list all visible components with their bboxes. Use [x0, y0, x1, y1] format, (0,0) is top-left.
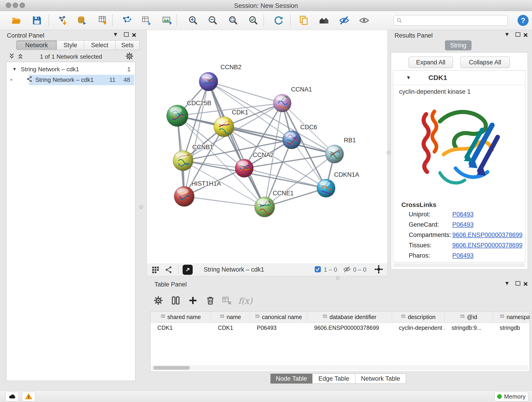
table-cell[interactable]: CDK1 [211, 325, 250, 331]
tab-network[interactable]: Network [16, 40, 57, 50]
graph-node-CCNB2[interactable] [199, 72, 218, 91]
table-cell[interactable]: cyclin-dependent ... [392, 325, 445, 331]
results-panel-close-icon[interactable]: × [523, 32, 528, 38]
column-header-shared-name[interactable]: shared name [151, 312, 211, 322]
network-from-table-icon[interactable] [141, 14, 152, 26]
delete-table-icon[interactable] [222, 295, 232, 306]
bottom-splitter-handle[interactable] [336, 276, 340, 280]
tab-style[interactable]: Style [57, 40, 84, 50]
table-cell[interactable]: P06493 [250, 325, 307, 331]
delete-column-icon[interactable] [205, 295, 215, 306]
graph-node-CCNB1[interactable] [173, 151, 193, 171]
network-options-gear-icon[interactable] [125, 52, 134, 61]
table-panel-float-icon[interactable] [515, 281, 520, 286]
selected-checkbox-icon[interactable] [314, 266, 322, 274]
copy-document-icon[interactable] [298, 14, 310, 26]
save-session-icon[interactable] [31, 14, 43, 26]
tab-sets[interactable]: Sets [115, 40, 139, 50]
refresh-icon[interactable] [273, 14, 285, 26]
expand-all-tree-icon[interactable] [8, 53, 15, 61]
table-horizontal-scrollbar[interactable] [151, 365, 529, 370]
results-tab-string[interactable]: String [445, 40, 472, 51]
search-box[interactable] [394, 15, 508, 26]
zoom-out-icon[interactable] [207, 14, 219, 26]
hidden-eye-slash-icon[interactable] [343, 265, 351, 274]
cloud-status-button[interactable] [6, 392, 19, 401]
network-canvas[interactable]: CCNB2CCNA1CDC25BCDK1CDC6RB1CCNB1CCNA2CDK… [147, 30, 388, 264]
collapse-all-tree-icon[interactable] [17, 53, 24, 61]
table-cell[interactable]: stringdb:9... [445, 325, 493, 331]
column-header-@id[interactable]: @id [445, 312, 493, 322]
control-panel-close-icon[interactable]: × [132, 32, 136, 38]
crosslink-link[interactable]: 9606.ENSP00000378699 [452, 242, 522, 249]
tab-node-table[interactable]: Node Table [270, 374, 312, 384]
graph-node-RB1[interactable] [325, 145, 344, 163]
right-splitter-handle[interactable] [387, 151, 390, 154]
import-network-database-icon[interactable] [76, 14, 88, 26]
warnings-button[interactable] [22, 392, 35, 401]
table-cell[interactable]: CDK1 [151, 325, 211, 331]
results-panel-collapse-icon[interactable]: ▼ [504, 32, 510, 37]
create-column-icon[interactable] [188, 295, 198, 306]
column-header-canonical-name[interactable]: canonical name [250, 312, 307, 322]
scrollbar-thumb[interactable] [153, 366, 190, 370]
table-panel-close-icon[interactable]: × [523, 281, 528, 287]
open-session-icon[interactable] [10, 14, 22, 26]
export-image-icon[interactable] [161, 14, 173, 26]
memory-button[interactable]: Memory [494, 392, 528, 401]
help-icon[interactable]: ? [518, 15, 529, 26]
import-table-icon[interactable] [97, 14, 109, 26]
crosslink-link[interactable]: 9606.ENSP00000378699 [452, 231, 522, 239]
protein-section-header[interactable]: ▼ CDK1 [393, 70, 525, 85]
collapse-all-button[interactable]: Collapse All [460, 57, 510, 68]
control-panel-float-icon[interactable] [124, 32, 129, 37]
tab-edge-table[interactable]: Edge Table [312, 374, 355, 384]
tab-network-table[interactable]: Network Table [355, 374, 406, 384]
results-panel-float-icon[interactable] [515, 32, 520, 37]
network-tree-root-row[interactable]: ▼ String Network – cdk1 1 [6, 64, 135, 75]
column-header-name[interactable]: name [211, 312, 250, 322]
column-header-database-identifier[interactable]: database identifier [307, 312, 392, 322]
section-disclosure-icon[interactable]: ▼ [406, 75, 411, 81]
table-cell[interactable]: 9606.ENSP00000378699 [307, 325, 392, 331]
graph-node-CDC6[interactable] [283, 131, 301, 149]
graph-node-CCNE1[interactable] [254, 197, 275, 217]
zoom-in-icon[interactable] [187, 14, 199, 26]
graph-node-CDK1[interactable] [214, 117, 234, 137]
crosslink-link[interactable]: P06493 [452, 221, 474, 228]
import-network-file-icon[interactable] [57, 14, 69, 26]
birdseye-view-icon[interactable] [150, 264, 161, 275]
home-networks-icon[interactable] [318, 14, 330, 26]
graph-node-HIST1H1A[interactable] [174, 186, 194, 206]
column-header-namespace[interactable]: namespace [493, 312, 530, 322]
graph-node-CDKN1A[interactable] [317, 179, 335, 197]
crosslink-link[interactable]: P06493 [452, 252, 474, 259]
crosslink-link[interactable]: P06493 [452, 211, 474, 218]
network-graph[interactable]: CCNB2CCNA1CDC25BCDK1CDC6RB1CCNB1CCNA2CDK… [147, 30, 387, 263]
search-input[interactable] [403, 17, 505, 24]
fit-content-crosshair-icon[interactable] [374, 265, 383, 275]
table-row[interactable]: CDK1CDK1P064939606.ENSP00000378699cyclin… [151, 323, 530, 333]
results-scrollbar[interactable] [393, 263, 525, 267]
new-network-icon[interactable] [121, 14, 133, 26]
function-builder-icon[interactable]: f(x) [238, 296, 253, 306]
hide-selected-eye-slash-icon[interactable] [338, 14, 350, 26]
zoom-selected-icon[interactable] [247, 14, 259, 26]
control-panel-collapse-icon[interactable]: ▼ [113, 32, 118, 37]
share-network-icon[interactable] [163, 264, 174, 275]
tree-disclosure-icon[interactable]: ▼ [12, 67, 17, 72]
graph-node-CCNA1[interactable] [273, 94, 291, 112]
expand-all-button[interactable]: Expand All [409, 57, 453, 68]
graph-node-CCNA2[interactable] [235, 159, 253, 177]
table-settings-gear-icon[interactable] [153, 295, 164, 306]
open-in-string-icon[interactable] [183, 265, 193, 275]
zoom-fit-icon[interactable] [227, 14, 239, 26]
table-cell[interactable]: stringdb [493, 325, 530, 331]
left-splitter-handle[interactable] [139, 205, 143, 209]
network-tree-row-selected[interactable]: ● String Network – cdk1 11 48 [6, 75, 135, 85]
tab-select[interactable]: Select [84, 40, 115, 50]
column-header-description[interactable]: description [392, 312, 445, 322]
table-panel-collapse-icon[interactable]: ▼ [504, 281, 510, 286]
graph-node-CDC25B[interactable] [167, 105, 188, 127]
show-columns-icon[interactable] [171, 295, 181, 306]
